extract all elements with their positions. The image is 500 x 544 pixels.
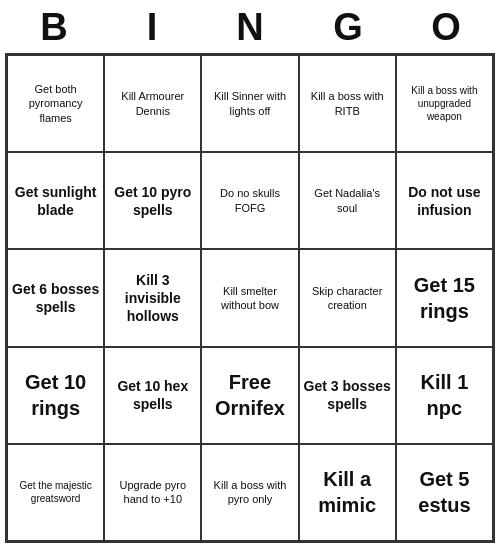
bingo-cell[interactable]: Free Ornifex [201,347,298,444]
bingo-cell[interactable]: Get 3 bosses spells [299,347,396,444]
bingo-cell[interactable]: Do not use infusion [396,152,493,249]
letter-b: B [10,6,98,49]
bingo-cell[interactable]: Do no skulls FOFG [201,152,298,249]
bingo-cell[interactable]: Kill 1 npc [396,347,493,444]
bingo-cell[interactable]: Kill 3 invisible hollows [104,249,201,346]
bingo-cell[interactable]: Get 10 pyro spells [104,152,201,249]
letter-i: I [108,6,196,49]
bingo-cell[interactable]: Kill Sinner with lights off [201,55,298,152]
bingo-cell[interactable]: Get the majestic greatsword [7,444,104,541]
bingo-cell[interactable]: Upgrade pyro hand to +10 [104,444,201,541]
bingo-cell[interactable]: Skip character creation [299,249,396,346]
bingo-cell[interactable]: Get 6 bosses spells [7,249,104,346]
bingo-cell[interactable]: Kill a boss with RITB [299,55,396,152]
letter-o: O [402,6,490,49]
letter-n: N [206,6,294,49]
bingo-cell[interactable]: Get sunlight blade [7,152,104,249]
bingo-cell[interactable]: Get 15 rings [396,249,493,346]
bingo-cell[interactable]: Get both pyromancy flames [7,55,104,152]
bingo-header: B I N G O [5,0,495,53]
letter-g: G [304,6,392,49]
bingo-cell[interactable]: Kill a mimic [299,444,396,541]
bingo-grid: Get both pyromancy flamesKill Armourer D… [5,53,495,543]
bingo-cell[interactable]: Kill Armourer Dennis [104,55,201,152]
bingo-cell[interactable]: Get 10 rings [7,347,104,444]
bingo-cell[interactable]: Get 5 estus [396,444,493,541]
bingo-cell[interactable]: Get 10 hex spells [104,347,201,444]
bingo-cell[interactable]: Kill smelter without bow [201,249,298,346]
bingo-cell[interactable]: Get Nadalia's soul [299,152,396,249]
bingo-cell[interactable]: Kill a boss with unupgraded weapon [396,55,493,152]
bingo-cell[interactable]: Kill a boss with pyro only [201,444,298,541]
